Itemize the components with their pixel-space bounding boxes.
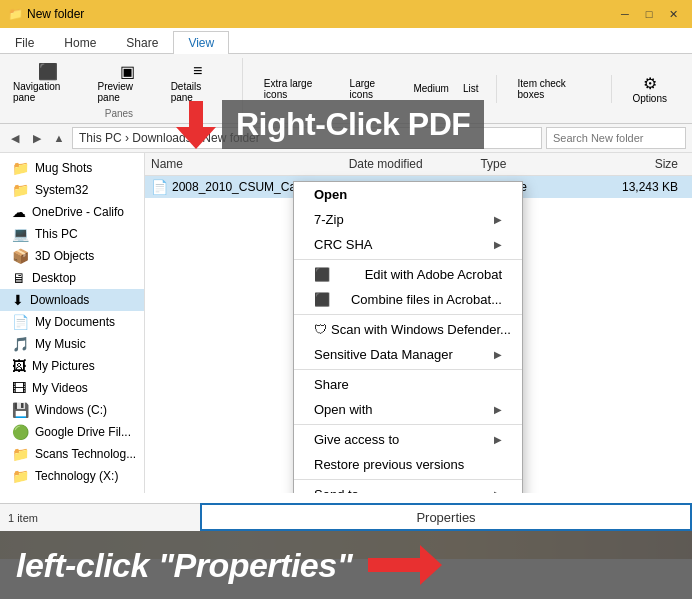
ctx-edit-label: Edit with Adobe Acrobat bbox=[365, 267, 502, 282]
options-label: Options bbox=[633, 93, 667, 104]
maximize-button[interactable]: □ bbox=[638, 5, 660, 23]
item-check-boxes-button[interactable]: Item check boxes bbox=[513, 75, 599, 103]
ctx-share[interactable]: Share bbox=[294, 372, 522, 397]
defender-icon: 🛡 bbox=[314, 322, 327, 337]
minimize-button[interactable]: ─ bbox=[614, 5, 636, 23]
ctx-sensitive-label: Sensitive Data Manager bbox=[314, 347, 453, 362]
ribbon: File Home Share View ⬛ Navigation pane ▣… bbox=[0, 28, 692, 124]
music-icon: 🎵 bbox=[12, 336, 29, 352]
address-bar: ◀ ▶ ▲ This PC › Downloads › New folder bbox=[0, 124, 692, 153]
ctx-open-with[interactable]: Open with ▶ bbox=[294, 397, 522, 422]
sidebar-label: 3D Objects bbox=[35, 249, 94, 263]
tab-file[interactable]: File bbox=[0, 31, 49, 54]
folder-icon: 📁 bbox=[12, 446, 29, 462]
sidebar-item-desktop[interactable]: 🖥 Desktop bbox=[0, 267, 144, 289]
sidebar-item-documents[interactable]: 📄 My Documents bbox=[0, 311, 144, 333]
sidebar-item-google-drive[interactable]: 🟢 Google Drive Fil... bbox=[0, 421, 144, 443]
sidebar-item-pictures[interactable]: 🖼 My Pictures bbox=[0, 355, 144, 377]
sidebar-item-mug-shots[interactable]: 📁 Mug Shots bbox=[0, 157, 144, 179]
nav-pane-button[interactable]: ⬛ Navigation pane bbox=[8, 58, 89, 106]
folder-icon: 📁 bbox=[8, 7, 23, 21]
sidebar-item-3d-objects[interactable]: 📦 3D Objects bbox=[0, 245, 144, 267]
sidebar-label: My Pictures bbox=[32, 359, 95, 373]
ctx-restore-versions[interactable]: Restore previous versions bbox=[294, 452, 522, 477]
ctx-give-access[interactable]: Give access to ▶ bbox=[294, 427, 522, 452]
pictures-icon: 🖼 bbox=[12, 358, 26, 374]
address-path[interactable]: This PC › Downloads › New folder bbox=[72, 127, 542, 149]
sidebar-label: Downloads bbox=[30, 293, 89, 307]
tab-share[interactable]: Share bbox=[111, 31, 173, 54]
sidebar-item-videos[interactable]: 🎞 My Videos bbox=[0, 377, 144, 399]
3d-icon: 📦 bbox=[12, 248, 29, 264]
search-input[interactable] bbox=[546, 127, 686, 149]
ctx-send-to[interactable]: Send to ▶ bbox=[294, 482, 522, 493]
download-icon: ⬇ bbox=[12, 292, 24, 308]
ctx-crc-sha[interactable]: CRC SHA ▶ bbox=[294, 232, 522, 257]
sidebar-item-system32[interactable]: 📁 System32 bbox=[0, 179, 144, 201]
sidebar-label: OneDrive - Califo bbox=[32, 205, 124, 219]
folder-icon: 📁 bbox=[12, 468, 29, 484]
tab-view[interactable]: View bbox=[173, 31, 229, 54]
ctx-separator-1 bbox=[294, 259, 522, 260]
sidebar-item-music[interactable]: 🎵 My Music bbox=[0, 333, 144, 355]
options-button[interactable]: ⚙ Options bbox=[628, 70, 672, 107]
sidebar-item-downloads[interactable]: ⬇ Downloads bbox=[0, 289, 144, 311]
sidebar-item-scans[interactable]: 📁 Scans Technolog... bbox=[0, 443, 144, 465]
sidebar-item-this-pc[interactable]: 💻 This PC bbox=[0, 223, 144, 245]
preview-pane-label: Preview pane bbox=[98, 81, 157, 103]
medium-label: Medium bbox=[413, 83, 449, 94]
drive-icon: 💾 bbox=[12, 402, 29, 418]
combine-icon: ⬛ bbox=[314, 292, 330, 307]
large-icons-button[interactable]: Large icons bbox=[345, 75, 405, 103]
window-title: New folder bbox=[27, 7, 84, 21]
extra-large-icons-button[interactable]: Extra large icons bbox=[259, 75, 341, 103]
details-pane-icon: ≡ bbox=[186, 61, 210, 81]
ctx-combine-acrobat[interactable]: ⬛ Combine files in Acrobat... bbox=[294, 287, 522, 312]
videos-icon: 🎞 bbox=[12, 380, 26, 396]
details-pane-button[interactable]: ≡ Details pane bbox=[166, 58, 230, 106]
submenu-arrow-icon: ▶ bbox=[494, 239, 502, 250]
ctx-7zip-label: 7-Zip bbox=[314, 212, 344, 227]
sidebar: 📁 Mug Shots 📁 System32 ☁ OneDrive - Cali… bbox=[0, 153, 145, 493]
ctx-edit-acrobat[interactable]: ⬛ Edit with Adobe Acrobat bbox=[294, 262, 522, 287]
title-bar-left: 📁 New folder bbox=[8, 7, 84, 21]
column-date[interactable]: Date modified bbox=[349, 157, 481, 171]
close-button[interactable]: ✕ bbox=[662, 5, 684, 23]
sidebar-label: My Music bbox=[35, 337, 86, 351]
ctx-7zip[interactable]: 7-Zip ▶ bbox=[294, 207, 522, 232]
ribbon-group-layout: Extra large icons Large icons Medium Lis… bbox=[259, 75, 497, 103]
preview-pane-button[interactable]: ▣ Preview pane bbox=[93, 58, 162, 106]
column-type[interactable]: Type bbox=[480, 157, 612, 171]
ribbon-icons-row: ⬛ Navigation pane ▣ Preview pane ≡ Detai… bbox=[8, 58, 230, 106]
sidebar-item-windows-c[interactable]: 💾 Windows (C:) bbox=[0, 399, 144, 421]
tab-home[interactable]: Home bbox=[49, 31, 111, 54]
nav-pane-label: Navigation pane bbox=[13, 81, 84, 103]
column-name[interactable]: Name bbox=[151, 157, 349, 171]
extra-large-label: Extra large icons bbox=[264, 78, 336, 100]
sidebar-item-onedrive[interactable]: ☁ OneDrive - Califo bbox=[0, 201, 144, 223]
list-button[interactable]: List bbox=[458, 80, 484, 97]
sidebar-label: This PC bbox=[35, 227, 78, 241]
ctx-separator-5 bbox=[294, 479, 522, 480]
sidebar-label: Windows (C:) bbox=[35, 403, 107, 417]
forward-button[interactable]: ▶ bbox=[28, 129, 46, 147]
properties-highlight[interactable]: Properties bbox=[200, 503, 692, 531]
gdrive-icon: 🟢 bbox=[12, 424, 29, 440]
back-button[interactable]: ◀ bbox=[6, 129, 24, 147]
ribbon-group-panes: ⬛ Navigation pane ▣ Preview pane ≡ Detai… bbox=[8, 58, 243, 119]
ctx-open[interactable]: Open bbox=[294, 182, 522, 207]
column-size[interactable]: Size bbox=[612, 157, 686, 171]
properties-label: Properties bbox=[416, 510, 475, 525]
ctx-separator-2 bbox=[294, 314, 522, 315]
ctx-sensitive-data[interactable]: Sensitive Data Manager ▶ bbox=[294, 342, 522, 367]
sidebar-label: System32 bbox=[35, 183, 88, 197]
up-button[interactable]: ▲ bbox=[50, 129, 68, 147]
folder-icon: 📁 bbox=[12, 160, 29, 176]
pc-icon: 💻 bbox=[12, 226, 29, 242]
ctx-scan-defender[interactable]: 🛡 Scan with Windows Defender... bbox=[294, 317, 522, 342]
ctx-share-label: Share bbox=[314, 377, 349, 392]
file-list: Name Date modified Type Size 📄 2008_2010… bbox=[145, 153, 692, 493]
sidebar-item-technology[interactable]: 📁 Technology (X:) bbox=[0, 465, 144, 487]
medium-icons-button[interactable]: Medium bbox=[408, 80, 454, 97]
submenu-arrow-icon: ▶ bbox=[494, 489, 502, 493]
